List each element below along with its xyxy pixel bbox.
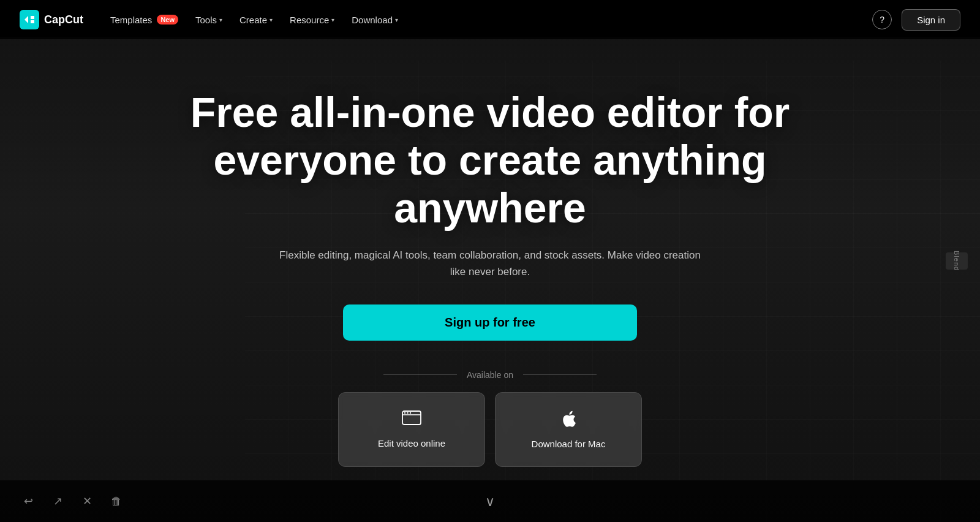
help-button[interactable]: ? [872,10,892,29]
download-mac-label: Download for Mac [532,439,606,449]
logo-text: CapCut [44,13,83,26]
toolbar-share-icon[interactable]: ↗ [49,493,66,510]
scroll-chevron[interactable]: ∨ [485,494,495,510]
logo[interactable]: CapCut [20,10,83,29]
svg-rect-0 [20,10,39,29]
blend-label: Blend [946,252,968,270]
nav-item-download[interactable]: Download ▾ [344,10,405,30]
browser-icon [402,410,421,431]
nav-item-resource[interactable]: Resource ▾ [282,10,342,30]
svg-point-5 [410,412,411,414]
nav-item-templates[interactable]: Templates New [103,10,186,30]
templates-badge: New [157,15,178,25]
edit-online-button[interactable]: Edit video online [338,392,485,467]
svg-point-4 [407,412,408,414]
download-mac-button[interactable]: Download for Mac [495,392,642,467]
available-label: Available on [383,370,597,380]
right-side-controls: Blend [946,252,968,270]
toolbar-cut-icon[interactable]: ✕ [78,493,96,510]
create-chevron: ▾ [270,17,273,23]
hero-section: Free all-in-one video editor for everyon… [0,39,980,467]
nav-items: Templates New Tools ▾ Create ▾ Resource … [103,10,405,30]
sign-in-button[interactable]: Sign in [902,9,960,31]
svg-point-3 [404,412,405,414]
nav-item-tools[interactable]: Tools ▾ [188,10,230,30]
hero-title: Free all-in-one video editor for everyon… [153,88,827,232]
navbar-right: ? Sign in [872,9,960,31]
signup-button[interactable]: Sign up for free [343,304,637,341]
resource-chevron: ▾ [331,17,334,23]
navbar-left: CapCut Templates New Tools ▾ Create ▾ Re… [20,10,405,30]
capcut-logo-icon [20,10,39,29]
toolbar-undo-icon[interactable]: ↩ [20,493,37,510]
available-section: Available on Edit video online [338,370,642,467]
hero-subtitle: Flexible editing, magical AI tools, team… [276,247,704,280]
download-chevron: ▾ [395,17,398,23]
edit-online-label: Edit video online [378,438,445,448]
tools-chevron: ▾ [219,17,222,23]
apple-icon [560,410,576,431]
platform-buttons: Edit video online Download for Mac [338,392,642,467]
navbar: CapCut Templates New Tools ▾ Create ▾ Re… [0,0,980,39]
toolbar-delete-icon[interactable]: 🗑 [108,493,125,510]
nav-item-create[interactable]: Create ▾ [232,10,280,30]
